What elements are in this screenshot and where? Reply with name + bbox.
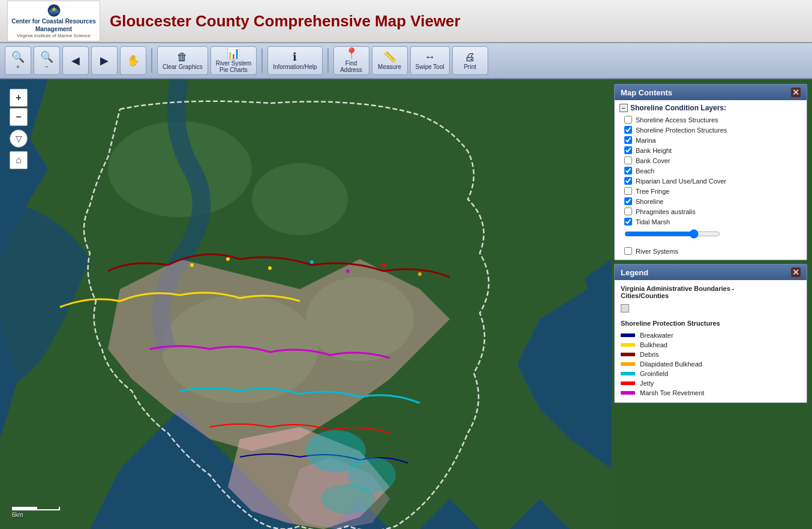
info-help-label: Information/Help [273, 64, 317, 70]
layer-item: Bank Height [619, 145, 802, 155]
legend-label-6: Marsh Toe Revetment [640, 389, 704, 396]
zoom-out-button[interactable]: 🔍 − [34, 46, 60, 75]
logo-area: Center for Coastal Resources Management … [7, 1, 100, 41]
opacity-slider[interactable] [624, 229, 720, 239]
app-header: Center for Coastal Resources Management … [0, 0, 812, 43]
divider-3 [327, 49, 329, 73]
layer-checkbox-2[interactable] [624, 136, 632, 144]
print-button[interactable]: 🖨 Print [452, 46, 488, 75]
legend-close-button[interactable]: ✕ [791, 267, 801, 277]
map-contents-close-button[interactable]: ✕ [791, 88, 801, 97]
collapse-button[interactable]: − [619, 104, 628, 112]
river-system-button[interactable]: 📊 River SystemPie Charts [210, 46, 257, 75]
chart-icon: 📊 [227, 48, 240, 59]
layer-label-7: Tree Fringe [636, 188, 669, 195]
legend-label-1: Bulkhead [640, 341, 667, 348]
toolbar: 🔍 + 🔍 − ◀ ▶ ✋ 🗑 Clear Graphics 📊 River S… [0, 43, 812, 79]
find-icon: 📍 [345, 48, 358, 59]
map-contents-body: − Shoreline Condition Layers: Shoreline … [615, 100, 807, 260]
find-address-button[interactable]: 📍 FindAddress [333, 46, 369, 75]
swipe-icon: ↔ [425, 52, 435, 62]
logo-box: Center for Coastal Resources Management … [7, 1, 100, 41]
layer-checkbox-1[interactable] [624, 126, 632, 134]
forward-button[interactable]: ▶ [91, 46, 118, 75]
map-zoom-out-button[interactable]: − [10, 108, 28, 126]
clear-graphics-button[interactable]: 🗑 Clear Graphics [157, 46, 208, 75]
logo-title: Center for Coastal Resources Management [10, 17, 97, 33]
svg-point-20 [310, 260, 314, 264]
map-contents-panel: Map Contents ✕ − Shoreline Condition Lay… [614, 84, 807, 260]
forward-icon: ▶ [100, 55, 109, 66]
layer-label-10: Tidal Marsh [636, 218, 670, 226]
swipe-tool-button[interactable]: ↔ Swipe Tool [410, 46, 450, 75]
legend-item: Marsh Toe Revetment [621, 388, 801, 398]
print-icon: 🖨 [465, 52, 476, 62]
svg-point-16 [321, 484, 375, 514]
scale-line [12, 507, 60, 510]
legend-swatch-5 [621, 381, 635, 385]
logo-subtitle: Virginia Institute of Marine Science [17, 33, 91, 38]
layer-item: Marina [619, 135, 802, 145]
river-system-label: River SystemPie Charts [216, 60, 251, 73]
layer-checkbox-4[interactable] [624, 157, 632, 164]
layer-label-6: Riparian Land Use/Land Cover [636, 178, 726, 185]
layer-item: Tidal Marsh [619, 217, 802, 227]
layer-checkbox-9[interactable] [624, 208, 632, 215]
layer-checkbox-10[interactable] [624, 218, 632, 226]
layer-checkbox-3[interactable] [624, 146, 632, 154]
legend-label-4: Groinfield [640, 370, 668, 377]
zoom-out-label: − [45, 64, 49, 70]
layer-label-0: Shoreline Access Structures [636, 116, 718, 124]
map-contents-title: Map Contents [621, 88, 672, 97]
legend-panel: Legend ✕ Virginia Administrative Boundar… [614, 264, 807, 403]
layer-label-5: Beach [636, 167, 654, 175]
scale-bar: 6km [12, 507, 60, 518]
legend-label-3: Dilapidated Bulkhead [640, 360, 702, 368]
legend-item: Jetty [621, 378, 801, 388]
print-label: Print [464, 64, 476, 70]
layer-checkbox-8[interactable] [624, 197, 632, 205]
legend-label-5: Jetty [640, 380, 654, 387]
layer-checkbox-6[interactable] [624, 177, 632, 185]
other-layer-item: River Systems [619, 246, 802, 256]
svg-point-22 [382, 263, 386, 267]
pan-icon: ✋ [127, 55, 140, 66]
clear-icon: 🗑 [177, 52, 188, 62]
va-admin-swatch [621, 304, 629, 312]
layer-item: Phragmites australis [619, 206, 802, 217]
layer-item: Bank Cover [619, 155, 802, 166]
legend-body: Virginia Administrative Boundaries -Citi… [615, 280, 807, 402]
info-icon: ℹ [293, 52, 297, 62]
map-container[interactable]: + − ▽ ⌂ 6km Map Contents ✕ − Shoreline C… [0, 79, 812, 529]
legend-item: Breakwater [621, 330, 801, 340]
layer-checkbox-0[interactable] [624, 116, 632, 124]
app-title: Gloucester County Comprehensive Map View… [110, 12, 805, 31]
map-zoom-in-button[interactable]: + [10, 89, 28, 107]
layer-checkbox-7[interactable] [624, 187, 632, 195]
layer-item: Shoreline [619, 196, 802, 206]
measure-button[interactable]: 📏 Measure [372, 46, 408, 75]
layer-checkbox-5[interactable] [624, 167, 632, 175]
va-admin-swatch-item [621, 303, 801, 314]
zoom-in-button[interactable]: 🔍 + [5, 46, 31, 75]
legend-swatch-2 [621, 353, 635, 356]
back-icon: ◀ [71, 55, 80, 66]
layer-label-2: Marina [636, 137, 656, 144]
logo-icon [42, 4, 66, 17]
layer-label-8: Shoreline [636, 198, 663, 205]
layer-label-3: Bank Height [636, 147, 672, 154]
pan-button[interactable]: ✋ [120, 46, 146, 75]
legend-header: Legend ✕ [615, 264, 807, 280]
other-layer-checkbox-0[interactable] [624, 247, 632, 255]
legend-swatch-3 [621, 362, 635, 366]
map-home-button[interactable]: ⌂ [10, 151, 28, 169]
layer-label-9: Phragmites australis [636, 208, 696, 215]
legend-swatch-0 [621, 333, 635, 337]
legend-swatch-6 [621, 391, 635, 395]
shoreline-condition-label: Shoreline Condition Layers: [630, 104, 726, 112]
back-button[interactable]: ◀ [62, 46, 89, 75]
legend-label-0: Breakwater [640, 332, 673, 339]
info-help-button[interactable]: ℹ Information/Help [267, 46, 322, 75]
map-controls: + − ▽ ⌂ [10, 89, 28, 169]
scale-label: 6km [12, 512, 60, 518]
